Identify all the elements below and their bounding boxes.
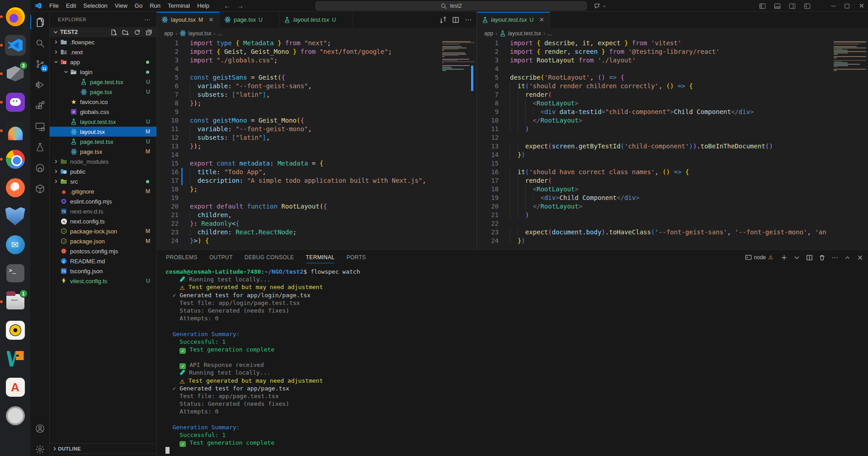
tree-item-src[interactable]: </>src	[50, 176, 156, 186]
activity-search[interactable]	[30, 33, 50, 53]
nav-forward-icon[interactable]: →	[237, 2, 244, 10]
tree-item-next.config.ts[interactable]: Nnext.config.ts	[50, 216, 156, 226]
split-editor-icon[interactable]	[452, 16, 459, 24]
split-terminal-icon[interactable]	[806, 254, 813, 261]
launch-profile-icon[interactable]	[793, 254, 800, 261]
dock-item-vb-app[interactable]	[5, 348, 26, 369]
dock-item-speaker-app[interactable]	[5, 320, 26, 341]
tree-item-public[interactable]: public	[50, 166, 156, 176]
tree-item-.gitignore[interactable]: ◆.gitignoreM	[50, 186, 156, 196]
panel-tab-debug-console[interactable]: DEBUG CONSOLE	[245, 250, 294, 265]
new-folder-icon[interactable]	[122, 29, 129, 36]
window-close-button[interactable]: ✕	[859, 2, 864, 10]
dock-item-vscode[interactable]	[5, 35, 26, 56]
command-center-search[interactable]: test2	[316, 1, 587, 10]
activity-extensions[interactable]	[30, 95, 50, 116]
tab-layout.test.tsx[interactable]: layout.test.tsxU✕	[477, 12, 550, 28]
toggle-panel-icon[interactable]	[774, 3, 781, 10]
terminal-output[interactable]: cosmah@cosmah-Latitude-7480:~/NGO/test2$…	[157, 268, 862, 456]
activity-docker[interactable]	[30, 178, 50, 199]
collapse-all-icon[interactable]	[146, 29, 152, 36]
toggle-sidebar-icon[interactable]	[759, 3, 766, 10]
dock-item-cube-app[interactable]: 3	[5, 63, 26, 84]
menu-terminal[interactable]: Terminal	[164, 1, 193, 10]
tree-item-package-lock.json[interactable]: jspackage-lock.jsonM	[50, 226, 156, 236]
tree-item-login[interactable]: login	[50, 67, 156, 77]
breadcrumb-tail[interactable]: ...	[547, 30, 552, 37]
tree-item-layout.tsx[interactable]: layout.tsxM	[50, 127, 156, 137]
menu-selection[interactable]: Selection	[80, 1, 111, 10]
tree-item-tsconfig.json[interactable]: TStsconfig.json	[50, 266, 156, 276]
breadcrumb[interactable]: app›layout.test.tsx›...	[477, 28, 868, 39]
menu-run[interactable]: Run	[146, 1, 164, 10]
menu-help[interactable]: Help	[193, 1, 213, 10]
breadcrumb-segment[interactable]: app	[484, 30, 493, 37]
tree-item-README.md[interactable]: iREADME.md	[50, 256, 156, 266]
dock-item-firefox[interactable]	[5, 6, 26, 27]
activity-testing[interactable]	[30, 137, 50, 157]
tree-item-layout.test.tsx[interactable]: layout.test.tsxU	[50, 117, 156, 127]
scrollbar-decoration[interactable]	[471, 66, 473, 91]
breadcrumb[interactable]: app›layout.tsx›...	[157, 28, 476, 39]
tree-item-package.json[interactable]: jspackage.jsonM	[50, 236, 156, 246]
tree-item-page.test.tsx[interactable]: page.test.tsxU	[50, 77, 156, 87]
menu-edit[interactable]: Edit	[62, 1, 80, 10]
menu-file[interactable]: File	[46, 1, 62, 10]
code-editor[interactable]: 1import type { Metadata } from "next";2i…	[157, 39, 476, 249]
outline-section[interactable]: OUTLINE	[50, 443, 156, 453]
breadcrumb-file[interactable]: layout.tsx	[189, 30, 212, 37]
minimap[interactable]	[832, 39, 868, 249]
more-actions-icon[interactable]	[465, 16, 472, 24]
tree-item-favicon.ico[interactable]: ★favicon.ico	[50, 97, 156, 107]
dock-item-arch-app[interactable]	[5, 120, 26, 141]
activity-settings[interactable]	[30, 439, 50, 456]
breadcrumb-segment[interactable]: app	[164, 30, 173, 37]
dock-item-postman[interactable]	[5, 177, 26, 198]
tab-layout.test.tsx[interactable]: layout.test.tsxU	[279, 12, 353, 28]
breadcrumb-file[interactable]: layout.test.tsx	[508, 30, 541, 37]
copilot-button[interactable]	[594, 0, 607, 12]
dock-item-terminal-app[interactable]: >_	[5, 263, 26, 284]
nav-back-icon[interactable]: ←	[224, 2, 231, 10]
tree-item-postcss.config.mjs[interactable]: postcss.config.mjs	[50, 246, 156, 256]
kill-terminal-icon[interactable]	[819, 254, 826, 261]
dock-item-chat-app[interactable]	[5, 92, 26, 113]
dock-item-a-letter-app[interactable]: A	[5, 377, 26, 398]
dock-item-thunderbird[interactable]	[5, 234, 26, 255]
tree-item-app[interactable]: app	[50, 57, 156, 67]
close-tab-icon[interactable]: ✕	[208, 16, 215, 23]
tree-item-globals.css[interactable]: #globals.css	[50, 107, 156, 117]
toggle-secondary-sidebar-icon[interactable]	[789, 3, 796, 10]
menu-go[interactable]: Go	[131, 1, 146, 10]
tree-item-page.test.tsx[interactable]: page.test.tsxU	[50, 137, 156, 147]
panel-tab-problems[interactable]: PROBLEMS	[166, 250, 198, 265]
project-root-row[interactable]: TEST2	[50, 27, 156, 37]
panel-tab-output[interactable]: OUTPUT	[209, 250, 233, 265]
more-actions-icon[interactable]	[831, 254, 838, 261]
dock-item-fox-app[interactable]	[5, 206, 26, 227]
close-tab-icon[interactable]: ✕	[538, 16, 545, 23]
tree-item-.flowspec[interactable]: .flowspec	[50, 37, 156, 47]
dock-item-gray-circle-app[interactable]	[5, 405, 26, 426]
compare-changes-icon[interactable]	[439, 16, 447, 24]
activity-accounts[interactable]	[30, 418, 50, 439]
activity-source-control[interactable]: 11	[30, 53, 50, 74]
activity-explorer[interactable]	[30, 12, 50, 33]
tree-item-next-env.d.ts[interactable]: TSnext-env.d.ts	[50, 206, 156, 216]
customize-layout-icon[interactable]	[804, 3, 811, 10]
refresh-icon[interactable]	[134, 29, 141, 36]
dock-item-chrome[interactable]	[5, 149, 26, 170]
activity-github[interactable]	[30, 157, 50, 178]
tab-layout.tsx[interactable]: layout.tsxM✕	[157, 12, 220, 28]
maximize-panel-icon[interactable]	[844, 254, 851, 261]
new-terminal-icon[interactable]	[781, 254, 788, 261]
tree-item-page.tsx[interactable]: page.tsxU	[50, 87, 156, 97]
panel-tab-ports[interactable]: PORTS	[346, 250, 366, 265]
new-file-icon[interactable]	[110, 29, 117, 36]
tree-item-vitest.config.ts[interactable]: vitest.config.tsU	[50, 276, 156, 286]
tree-item-eslint.config.mjs[interactable]: eslint.config.mjs	[50, 196, 156, 206]
window-maximize-button[interactable]	[844, 3, 850, 10]
tree-item-node_modules[interactable]: node_modules	[50, 157, 156, 166]
explorer-more-actions-icon[interactable]: ⋯	[144, 16, 151, 23]
code-editor[interactable]: 1import { describe, it, expect } from 'v…	[477, 39, 868, 249]
